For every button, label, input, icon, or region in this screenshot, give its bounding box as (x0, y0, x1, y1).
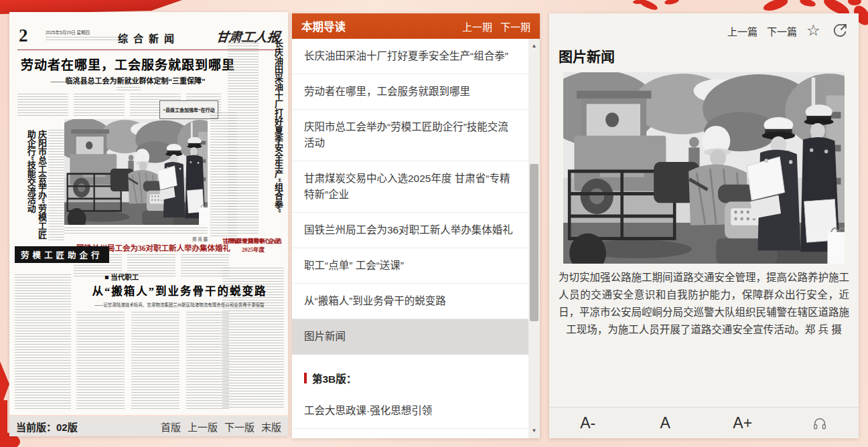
toc-scrollbar[interactable]: ▲ ▼ (528, 39, 540, 438)
newspaper-vertical-headline-left: 庆阳市总工会举办“劳模工匠助企行”技能交流活动 (15, 130, 47, 245)
scrollbar-up-arrow-icon[interactable]: ▲ (528, 41, 540, 51)
prev-issue-link[interactable]: 上一期 (462, 19, 492, 33)
font-smaller-button[interactable]: A- (549, 414, 627, 432)
newspaper-main-headline: 劳动者在哪里，工会服务就跟到哪里 (16, 55, 240, 73)
font-larger-button[interactable]: A+ (704, 414, 782, 432)
toc-title: 本期导读 (301, 18, 346, 34)
toc-item[interactable]: 长庆油田采油十厂打好夏季安全生产“组合拳” (292, 39, 528, 74)
toc-section-label: 第3B版： (312, 371, 356, 385)
toc-item[interactable]: 创新逐梦的“枣乡能工巧匠”——杨福 (292, 429, 528, 438)
toc-list: 长庆油田采油十厂打好夏季安全生产“组合拳” 劳动者在哪里，工会服务就跟到哪里 庆… (292, 39, 528, 438)
current-page-label: 当前版：02版 (16, 420, 78, 434)
listen-button[interactable] (782, 414, 859, 432)
newspaper-banner-box: “县级工会加强年”在行动 (159, 100, 218, 119)
next-article-link[interactable]: 下一篇 (767, 24, 797, 38)
page-nav-links: 首版 上一版 下一版 末版 (161, 420, 281, 434)
section-red-bar (304, 373, 307, 383)
article-nav: 上一篇 下一篇 ☆ (549, 13, 859, 39)
scrollbar-down-arrow-icon[interactable]: ▼ (528, 426, 540, 436)
next-page-link[interactable]: 下一版 (224, 420, 255, 434)
newsprint-text-block (76, 312, 125, 410)
newspaper-photo (64, 119, 208, 225)
newsprint-text-block (15, 274, 71, 410)
newspaper-page-panel: 2 2025年5月29日 星期四 综合新闻 甘肃工人报 劳动者在哪里，工会服务就… (9, 12, 288, 436)
toc-item[interactable]: 工会大思政课·强化思想引领 (292, 393, 528, 429)
newspaper-page-preview[interactable]: 2 2025年5月29日 星期四 综合新闻 甘肃工人报 劳动者在哪里，工会服务就… (9, 12, 288, 415)
toc-section-header: 第3B版： (292, 363, 528, 393)
newsprint-text-block (186, 312, 229, 410)
toc-item[interactable]: 职工“点单” 工会“送课” (292, 248, 528, 284)
page-navigation-bar: 当前版：02版 首版 上一版 下一版 末版 (9, 416, 288, 436)
prev-page-link[interactable]: 上一版 (188, 420, 218, 434)
article-title: 图片新闻 (559, 46, 859, 66)
toc-item-selected[interactable]: 图片新闻 (292, 319, 528, 355)
newspaper-photo-credit: 郑 兵 摄 (64, 236, 208, 242)
newspaper-main-subheadline: ——临洮县总工会为新就业群体定制“三重保障” (16, 75, 240, 86)
share-icon[interactable] (832, 23, 848, 39)
last-page-link[interactable]: 末版 (261, 420, 281, 434)
newspaper-section-marker: ■ 当代职工 (104, 272, 139, 282)
newspaper-bottom-headline: 从“搬箱人”到业务骨干的蜕变路 (80, 282, 279, 298)
newspaper-bottom-subheadline: ——记甘肃陆港技术标兵、甘肃物流集团兰州新区陆港物流有限责任公司业务骨干李倍智 (80, 301, 279, 308)
font-size-toolbar: A- A A+ (549, 407, 859, 438)
scrollbar-thumb[interactable] (530, 164, 538, 321)
article-photo (563, 72, 845, 264)
font-normal-button[interactable]: A (627, 414, 705, 432)
star-icon[interactable]: ☆ (806, 23, 822, 39)
toc-item[interactable]: 甘肃煤炭交易中心入选2025年度 甘肃省“专精特新”企业 (292, 161, 528, 213)
first-page-link[interactable]: 首版 (161, 420, 181, 434)
headphones-icon (812, 416, 827, 431)
newsprint-text-block (74, 94, 125, 116)
toc-section-gap (292, 355, 528, 363)
newsprint-text-block (131, 312, 179, 410)
article-panel: 上一篇 下一篇 ☆ 图片新闻 为切实加强公路施工期间道路交通安全管理，提高公路养… (549, 13, 859, 438)
toc-header: 本期导读 上一期 下一期 (292, 13, 540, 39)
newspaper-byline-block (117, 87, 141, 90)
toc-panel: 本期导读 上一期 下一期 长庆油田采油十厂打好夏季安全生产“组合拳” 劳动者在哪… (292, 13, 540, 438)
toc-item[interactable]: 劳动者在哪里，工会服务就跟到哪里 (292, 74, 528, 110)
article-caption: 为切实加强公路施工期间道路交通安全管理，提高公路养护施工人员的交通安全意识和自我… (559, 269, 849, 339)
toc-item[interactable]: 庆阳市总工会举办“劳模工匠助企行”技能交流活动 (292, 110, 528, 161)
issue-nav: 上一期 下一期 (462, 19, 530, 33)
toc-item[interactable]: 从“搬箱人”到业务骨干的蜕变路 (292, 284, 528, 319)
newsprint-text-block (17, 94, 68, 116)
toc-item[interactable]: 国铁兰州局工会为36对职工新人举办集体婚礼 (292, 213, 528, 248)
newspaper-black-label: 劳模工匠助企行 (15, 246, 109, 263)
next-issue-link[interactable]: 下一期 (500, 19, 530, 33)
newspaper-vertical-headline-right: 长庆油田采油十厂打好夏季安全生产“组合拳” (273, 39, 283, 240)
newsprint-text-block (48, 130, 64, 242)
prev-article-link[interactable]: 上一篇 (727, 24, 757, 38)
newspaper-photo-caption-block (64, 228, 208, 236)
newsprint-text-block (210, 112, 237, 238)
